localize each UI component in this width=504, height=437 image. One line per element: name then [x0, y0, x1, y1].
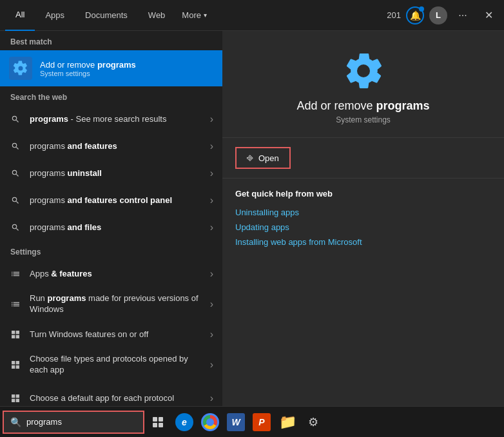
quick-help-link-uninstalling[interactable]: Uninstalling apps — [235, 205, 491, 220]
svg-rect-1 — [159, 417, 163, 422]
left-panel: Best match Add or remove programs System… — [0, 31, 222, 406]
quick-help-link-installing[interactable]: Installing web apps from Microsoft — [235, 235, 491, 249]
right-panel-subtitle: System settings — [336, 115, 391, 124]
svg-rect-3 — [159, 423, 163, 427]
windows-icon — [9, 328, 22, 341]
taskbar-chrome-icon[interactable] — [199, 411, 222, 434]
user-avatar[interactable]: L — [429, 6, 447, 24]
settings-label: Settings — [0, 241, 222, 260]
result-text-files: programs and files — [30, 222, 202, 233]
result-text-features: programs and features — [30, 141, 202, 152]
settings-item-default-app[interactable]: Choose a default app for each protocol — [0, 382, 222, 406]
right-panel: Add or remove programs System settings ⎆… — [222, 31, 504, 406]
taskbar-word-icon[interactable]: W — [224, 411, 247, 434]
settings-text-default-app: Choose a default app for each protocol — [30, 393, 202, 404]
file-types-icon — [9, 358, 22, 371]
right-panel-header: Add or remove programs System settings — [222, 31, 504, 138]
quick-help-section: Get quick help from web Uninstalling app… — [222, 179, 504, 260]
taskbar-files-icon[interactable]: 📁 — [276, 411, 299, 434]
chevron-right-icon — [210, 222, 213, 233]
chevron-right-icon — [210, 393, 213, 404]
nav-tab-apps[interactable]: Apps — [35, 0, 75, 31]
search-magnifier-icon: 🔍 — [10, 417, 21, 427]
result-text-control-panel: programs and features control panel — [30, 195, 202, 206]
svg-rect-0 — [153, 417, 157, 422]
best-match-label: Best match — [0, 31, 222, 50]
taskbar-settings-icon[interactable]: ⚙ — [302, 411, 325, 434]
main-content: Best match Add or remove programs System… — [0, 31, 504, 406]
chevron-right-icon — [210, 298, 213, 310]
search-icon — [9, 194, 22, 207]
quick-help-link-updating[interactable]: Updating apps — [235, 220, 491, 235]
taskbar: 🔍 e W P 📁 ⚙ — [0, 406, 504, 437]
best-match-text: Add or remove programs System settings — [40, 60, 136, 77]
taskbar-ppt-icon[interactable]: P — [250, 411, 273, 434]
chevron-down-icon: ▾ — [204, 12, 207, 19]
gear-icon — [9, 57, 32, 80]
chevron-right-icon — [210, 141, 213, 152]
chevron-right-icon — [210, 268, 213, 280]
svg-rect-2 — [153, 423, 157, 427]
right-panel-title: Add or remove programs — [296, 99, 429, 113]
best-match-title: Add or remove programs — [40, 60, 136, 70]
result-item-features[interactable]: programs and features — [0, 133, 222, 160]
search-icon — [9, 167, 22, 180]
top-nav-bar: All Apps Documents Web More ▾ 201 🔔 L ··… — [0, 0, 504, 31]
settings-item-run-programs[interactable]: Run programs made for previous versions … — [0, 287, 222, 321]
search-icon — [9, 113, 22, 126]
gear-icon-large — [343, 50, 384, 92]
settings-text-run-programs: Run programs made for previous versions … — [30, 293, 202, 315]
result-item-uninstall[interactable]: programs uninstall — [0, 160, 222, 187]
chevron-right-icon — [210, 113, 213, 125]
best-match-item[interactable]: Add or remove programs System settings — [0, 50, 222, 86]
list-icon — [9, 298, 22, 311]
result-item-control-panel[interactable]: programs and features control panel — [0, 187, 222, 214]
settings-text-apps-features: Apps & features — [30, 269, 202, 280]
open-button-wrapper: ⎆ Open — [222, 138, 504, 179]
chevron-right-icon — [210, 195, 213, 206]
default-app-icon — [9, 392, 22, 405]
chevron-right-icon — [210, 329, 213, 340]
quick-help-title: Get quick help from web — [235, 189, 491, 199]
list-icon — [9, 267, 22, 280]
result-text-uninstall: programs uninstall — [30, 168, 202, 179]
taskbar-edge-icon[interactable]: e — [173, 411, 196, 434]
settings-text-windows-features: Turn Windows features on or off — [30, 329, 202, 340]
web-result-text: programs - See more search results — [30, 114, 202, 125]
nav-tab-documents[interactable]: Documents — [75, 0, 138, 31]
nav-tab-more[interactable]: More ▾ — [175, 0, 213, 31]
chevron-right-icon — [210, 168, 213, 179]
nav-tab-web[interactable]: Web — [138, 0, 176, 31]
open-icon: ⎆ — [247, 152, 253, 164]
settings-item-windows-features[interactable]: Turn Windows features on or off — [0, 321, 222, 348]
result-item-files[interactable]: programs and files — [0, 214, 222, 241]
best-match-subtitle: System settings — [40, 70, 136, 77]
search-icon — [9, 140, 22, 153]
ellipsis-menu-button[interactable]: ··· — [452, 5, 473, 26]
settings-text-file-types: Choose file types and protocols opened b… — [30, 354, 202, 376]
close-button[interactable]: ✕ — [478, 5, 499, 26]
chevron-right-icon — [210, 359, 213, 371]
notification-bell-icon[interactable]: 🔔 — [406, 6, 424, 24]
task-view-button[interactable] — [147, 411, 170, 434]
search-input[interactable] — [26, 417, 137, 427]
settings-item-apps-features[interactable]: Apps & features — [0, 260, 222, 287]
settings-item-file-types[interactable]: Choose file types and protocols opened b… — [0, 348, 222, 382]
search-web-label: Search the web — [0, 86, 222, 106]
open-button[interactable]: ⎆ Open — [235, 147, 291, 169]
nav-tab-all[interactable]: All — [5, 0, 35, 31]
search-box: 🔍 — [3, 411, 144, 434]
search-icon — [9, 221, 22, 234]
bell-dot — [419, 6, 424, 12]
notification-count: 201 — [387, 10, 401, 20]
web-result-item[interactable]: programs - See more search results — [0, 106, 222, 133]
